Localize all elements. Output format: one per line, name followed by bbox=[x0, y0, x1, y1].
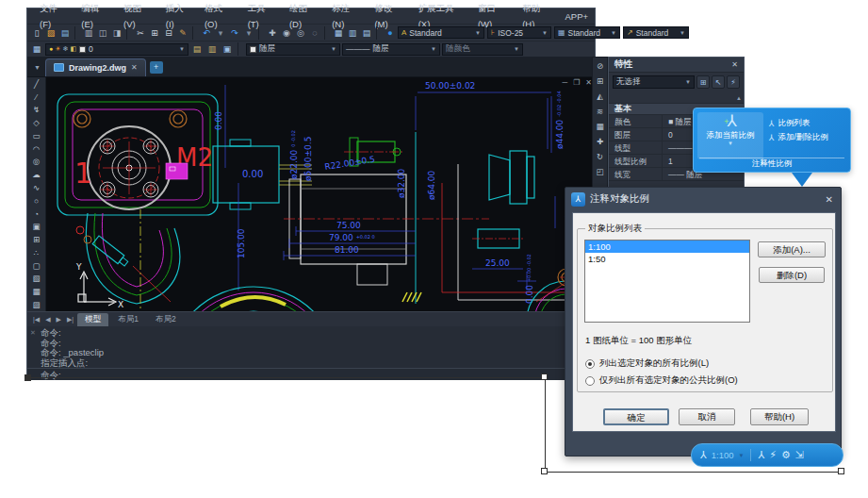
first-layout-icon[interactable]: |◀ bbox=[31, 316, 41, 324]
drawing-canvas[interactable]: ─ ❐ ✕ bbox=[46, 77, 595, 311]
command-close-icon[interactable]: ✕ bbox=[30, 329, 36, 337]
mleader-style-combo[interactable]: ↗ Standard ▼ bbox=[623, 26, 689, 39]
color-combo[interactable]: 随层 ▼ bbox=[246, 43, 340, 56]
zoom-window-icon[interactable]: ◎ bbox=[294, 26, 307, 40]
ellipse-arc-icon[interactable]: ◔ bbox=[29, 208, 44, 220]
select-objects-icon[interactable]: ↖ bbox=[712, 75, 725, 89]
gear-icon[interactable]: ⚙ bbox=[781, 449, 791, 461]
rectangle-icon[interactable]: ▭ bbox=[29, 130, 44, 141]
image-icon[interactable]: ▧ bbox=[29, 273, 44, 284]
scale-list-item[interactable]: 1:50 bbox=[585, 253, 749, 265]
construction-line-icon[interactable]: ⁄ bbox=[29, 91, 44, 103]
selection-polyline-bottom[interactable] bbox=[545, 472, 842, 473]
grip-handle[interactable] bbox=[541, 374, 548, 380]
preview-icon[interactable]: ◫ bbox=[96, 26, 109, 40]
paste-icon[interactable]: ⊟ bbox=[162, 26, 175, 40]
layout-tab[interactable]: 模型 bbox=[77, 313, 108, 326]
command-line-window[interactable]: ✕ 命令:命令:命令: _pasteclip指定插入点: 命令: bbox=[27, 326, 595, 380]
line-icon[interactable]: ╱ bbox=[29, 78, 44, 90]
chevron-down-icon[interactable]: ▼ bbox=[739, 453, 745, 458]
mirror-icon[interactable]: ◭ bbox=[594, 90, 607, 102]
layer-combo[interactable]: ●☀❄◧ 0 ▼ bbox=[45, 43, 188, 56]
add-delete-scales-button[interactable]: ⅄ 添加/删除比例 bbox=[769, 130, 850, 144]
zoom-previous-icon[interactable]: ◌ bbox=[308, 26, 321, 40]
command-input[interactable]: 命令: bbox=[27, 368, 595, 380]
hatch-icon[interactable]: ▨ bbox=[29, 299, 44, 310]
selection-combo[interactable]: 无选择 ▼ bbox=[613, 75, 695, 89]
tab-list-caret-icon[interactable]: ▼ bbox=[29, 64, 45, 71]
arc-icon[interactable]: ◠ bbox=[29, 143, 44, 155]
offset-icon[interactable]: ≋ bbox=[594, 105, 607, 117]
grip-handle[interactable] bbox=[541, 468, 548, 474]
next-layout-icon[interactable]: ▶ bbox=[55, 316, 63, 324]
polyline-icon[interactable]: ↯ bbox=[29, 104, 44, 115]
layer-manager-icon[interactable]: ▦ bbox=[30, 42, 43, 56]
spline-icon[interactable]: ∿ bbox=[29, 182, 44, 193]
scale-list-button[interactable]: ⅄ 比例列表 bbox=[769, 116, 850, 130]
add-scale-button[interactable]: 添加(A)... bbox=[758, 241, 826, 257]
toolbar-separator[interactable] bbox=[126, 26, 131, 40]
insert-block-icon[interactable]: ▣ bbox=[29, 221, 44, 232]
menu-item[interactable]: APP+ bbox=[558, 8, 595, 25]
selection-polyline-right[interactable] bbox=[545, 377, 546, 473]
ok-button[interactable]: 确定 bbox=[603, 408, 669, 425]
grip-handle[interactable] bbox=[25, 374, 31, 381]
save-icon[interactable]: ▤ bbox=[58, 26, 72, 40]
grip-handle[interactable] bbox=[838, 468, 844, 474]
layer-previous-icon[interactable]: ▤ bbox=[190, 42, 204, 56]
layer-states-icon[interactable]: ▥ bbox=[346, 26, 359, 40]
toolbar-separator[interactable] bbox=[376, 26, 381, 40]
ellipse-icon[interactable]: ○ bbox=[29, 195, 44, 207]
cancel-button[interactable]: 取消 bbox=[679, 408, 735, 425]
new-tab-button[interactable]: + bbox=[150, 61, 163, 74]
region-icon[interactable]: ▢ bbox=[29, 260, 44, 272]
radio-list-all-scales[interactable]: 列出选定对象的所有比例(L) bbox=[585, 357, 709, 370]
table-style-combo[interactable]: ▦ Standard ▼ bbox=[554, 26, 620, 39]
create-block-icon[interactable]: ⊞ bbox=[29, 234, 44, 245]
table-icon[interactable]: ▦ bbox=[29, 286, 44, 297]
undo-icon[interactable]: ↶ bbox=[200, 26, 213, 40]
plotstyle-combo[interactable]: 随颜色 ▼ bbox=[442, 43, 523, 56]
scale-list-item[interactable]: 1:100 bbox=[585, 241, 749, 253]
plot-icon[interactable]: ▥ bbox=[82, 26, 95, 40]
add-current-scale-button[interactable]: +⅄ 添加当前比例 ▼ bbox=[697, 112, 763, 159]
close-icon[interactable]: ✕ bbox=[585, 78, 592, 87]
toolbar-separator[interactable] bbox=[258, 26, 263, 40]
layer-lock-toggle-icon[interactable]: ▣ bbox=[221, 42, 234, 56]
radio-common-scales-only[interactable]: 仅列出所有选定对象的公共比例(O) bbox=[585, 374, 738, 387]
revision-cloud-icon[interactable]: ☁ bbox=[29, 169, 44, 180]
restore-icon[interactable]: ❐ bbox=[573, 78, 580, 87]
delete-scale-button[interactable]: 删除(D) bbox=[759, 267, 825, 283]
point-icon[interactable]: ∴ bbox=[29, 247, 44, 258]
toolbar-separator[interactable] bbox=[74, 26, 79, 40]
properties-close-icon[interactable]: ✕ bbox=[731, 60, 738, 69]
linetype-combo[interactable]: ——— 随层 ▼ bbox=[342, 43, 440, 56]
prev-layout-icon[interactable]: ◀ bbox=[43, 316, 52, 324]
selection-polyline-top[interactable] bbox=[27, 377, 545, 378]
layer-properties-icon[interactable]: ▦ bbox=[332, 26, 345, 40]
help-button[interactable]: 帮助(H) bbox=[750, 408, 809, 425]
help-info-icon[interactable]: ● bbox=[384, 26, 397, 40]
last-layout-icon[interactable]: ▶| bbox=[65, 316, 75, 324]
toolbar-separator[interactable] bbox=[324, 26, 329, 40]
array-icon[interactable]: ▦ bbox=[594, 120, 607, 132]
cut-icon[interactable]: ✂ bbox=[134, 26, 147, 40]
erase-icon[interactable]: ⊘ bbox=[594, 59, 607, 72]
quick-select-icon[interactable]: ⚡ bbox=[727, 75, 740, 89]
layout-tab[interactable]: 布局2 bbox=[148, 313, 184, 326]
match-properties-icon[interactable]: ✎ bbox=[176, 26, 189, 40]
current-scale-value[interactable]: 1:100 bbox=[712, 450, 734, 460]
copy-object-icon[interactable]: ⊞ bbox=[594, 75, 607, 87]
tab-close-icon[interactable]: ✕ bbox=[131, 63, 138, 72]
scale-listbox[interactable]: 1:1001:50 bbox=[584, 240, 750, 323]
document-tab[interactable]: Drawing2.dwg ✕ bbox=[45, 58, 146, 76]
new-file-icon[interactable]: ▯ bbox=[30, 26, 43, 40]
undo-dropdown-icon[interactable]: ▾ bbox=[214, 26, 227, 40]
annotation-visibility-icon[interactable]: ⅄ bbox=[758, 449, 764, 461]
move-icon[interactable]: ✚ bbox=[594, 135, 607, 147]
open-folder-icon[interactable]: ▨ bbox=[44, 26, 57, 40]
clean-screen-icon[interactable]: ⇲ bbox=[795, 449, 804, 461]
dim-style-combo[interactable]: ⊦ ISO-25 ▼ bbox=[487, 26, 551, 39]
toolbar-separator[interactable] bbox=[192, 26, 197, 40]
text-style-combo[interactable]: A Standard ▼ bbox=[398, 26, 484, 39]
